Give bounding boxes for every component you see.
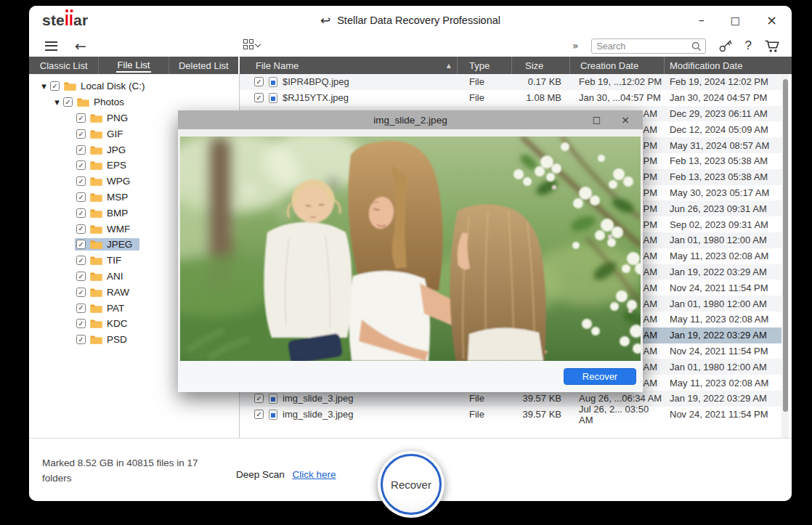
checkbox[interactable]: ✓ — [76, 208, 86, 218]
scrollbar-thumb[interactable] — [783, 79, 788, 412]
tree-item-body: ✓BMP — [75, 207, 135, 219]
tree-item-local-disk-c[interactable]: ▼✓Local Disk (C:) — [29, 78, 239, 94]
checkbox[interactable]: ✓ — [50, 81, 60, 91]
cell-modification-date: Jan 01, 1980 12:00 AM — [665, 296, 781, 312]
checkbox[interactable]: ✓ — [76, 304, 86, 313]
folder-icon — [90, 145, 102, 155]
tree-item-label: WPG — [107, 176, 130, 187]
search-input[interactable] — [592, 39, 705, 53]
license-key-icon[interactable] — [718, 38, 733, 53]
close-button[interactable]: × — [766, 14, 777, 27]
tab-classic-list[interactable]: Classic List — [29, 57, 99, 74]
cell-modification-date: May 11, 2023 02:08 AM — [665, 248, 781, 264]
checkbox[interactable]: ✓ — [76, 113, 86, 123]
column-header-size[interactable]: Size — [512, 57, 570, 74]
tree-item-label: RAW — [107, 287, 129, 298]
expand-arrow-icon[interactable]: ▼ — [52, 99, 62, 106]
check-icon: ✓ — [256, 94, 262, 101]
tree-item-body: ✓ANI — [75, 270, 131, 282]
deep-scan-label: Deep Scan — [236, 469, 285, 480]
deep-scan-link[interactable]: Click here — [293, 469, 336, 480]
cell-size: 0.17 KB — [512, 74, 570, 90]
maximize-button[interactable]: □ — [731, 15, 740, 25]
minimize-button[interactable]: – — [699, 15, 705, 26]
app-window: stellar ↩ Stellar Data Recovery Professi… — [29, 6, 792, 501]
preview-maximize-icon[interactable]: □ — [593, 110, 601, 129]
checkbox[interactable]: ✓ — [63, 97, 73, 107]
column-header-file-name[interactable]: File Name ▲ — [240, 57, 458, 74]
cell-file-name: ✓$RJ15YTX.jpeg — [240, 90, 458, 106]
preview-recover-button[interactable]: Recover — [564, 368, 636, 385]
checkbox[interactable]: ✓ — [76, 192, 86, 202]
checkbox[interactable]: ✓ — [76, 176, 86, 186]
expand-arrow-icon[interactable]: ▼ — [39, 83, 49, 90]
tab-label: File List — [116, 58, 152, 73]
preview-title-bar[interactable]: img_slide_2.jpeg □ × — [178, 110, 643, 129]
table-row[interactable]: ✓img_slide_3.jpegFile39.57 KBJul 26, 2..… — [240, 407, 781, 423]
back-arrow-button[interactable]: ← — [75, 39, 86, 53]
expand-toolbar-icon[interactable]: » — [572, 40, 579, 52]
cell-modification-date: Dec 29, 2023 06:11 AM — [665, 106, 781, 122]
checkbox[interactable]: ✓ — [76, 129, 86, 139]
tree-item-body: ✓RAW — [75, 286, 137, 298]
tab-label: Classic List — [38, 59, 89, 72]
tree-item-photos[interactable]: ▼✓Photos — [29, 94, 239, 110]
recover-button[interactable]: Recover — [381, 454, 442, 515]
folder-icon — [90, 113, 102, 123]
table-row[interactable]: ✓img_slide_3.jpegFile39.57 KBAug 26, ...… — [240, 391, 781, 407]
preview-close-icon[interactable]: × — [621, 110, 630, 129]
check-icon: ✓ — [78, 193, 84, 200]
checkbox[interactable]: ✓ — [76, 224, 86, 234]
cell-modification-date: Feb 13, 2023 05:38 AM — [665, 169, 781, 185]
checkbox[interactable]: ✓ — [76, 288, 86, 297]
cell-modification-date: Jan 19, 2022 03:29 AM — [665, 264, 781, 280]
table-row[interactable]: ✓$IPR4BPQ.jpegFile0.17 KBFeb 19, ...12:0… — [240, 74, 781, 90]
tree-item-label: Photos — [94, 97, 124, 107]
help-icon[interactable]: ? — [745, 38, 752, 53]
table-row[interactable]: ✓$RJ15YTX.jpegFile1.08 MBJan 30, ...04:5… — [240, 90, 781, 106]
checkbox[interactable]: ✓ — [254, 77, 264, 86]
checkbox[interactable]: ✓ — [76, 240, 86, 249]
column-header-modification-date[interactable]: Modification Date — [665, 57, 792, 74]
chevron-down-icon — [255, 41, 261, 47]
check-icon: ✓ — [78, 304, 84, 312]
checkbox[interactable]: ✓ — [254, 93, 264, 102]
cell-modification-date: Sep 02, 2023 09:31 AM — [665, 216, 781, 232]
column-header-type[interactable]: Type — [458, 57, 512, 74]
search-icon[interactable] — [691, 41, 702, 52]
checkbox[interactable]: ✓ — [76, 256, 86, 265]
cell-modification-date: May 11, 2023 02:08 AM — [665, 375, 781, 391]
checkbox[interactable]: ✓ — [76, 145, 86, 155]
check-icon: ✓ — [78, 288, 84, 296]
column-label: File Name — [256, 60, 299, 71]
checkbox[interactable]: ✓ — [76, 160, 86, 170]
preview-title: img_slide_2.jpeg — [373, 115, 447, 126]
logo-pre: ste — [42, 12, 65, 28]
hamburger-menu-icon[interactable] — [45, 41, 57, 51]
checkbox[interactable]: ✓ — [76, 272, 86, 281]
folder-icon — [64, 81, 76, 91]
column-label: Type — [469, 60, 490, 71]
check-icon: ✓ — [78, 146, 84, 153]
tab-file-list[interactable]: File List — [99, 57, 169, 74]
recover-button-ring: Recover — [378, 451, 444, 518]
cart-icon[interactable] — [764, 39, 780, 53]
stellar-logo: stellar — [42, 12, 88, 29]
checkbox[interactable]: ✓ — [76, 319, 86, 328]
cell-creation-date: Feb 19, ...12:02 PM — [570, 74, 665, 90]
cell-size: 1.08 MB — [512, 90, 570, 106]
tree-item-label: PNG — [107, 113, 128, 123]
checkbox[interactable]: ✓ — [254, 394, 264, 403]
tree-item-body: ✓WMF — [75, 223, 137, 235]
column-header-creation-date[interactable]: Creation Date — [570, 57, 665, 74]
tab-deleted-list[interactable]: Deleted List — [169, 57, 238, 74]
view-grid-button[interactable] — [243, 39, 260, 49]
cell-type: File — [458, 74, 512, 90]
cell-modification-date: Jan 19, 2022 03:29 AM — [665, 391, 781, 407]
checkbox[interactable]: ✓ — [76, 335, 86, 344]
vertical-scrollbar[interactable] — [781, 74, 789, 438]
tree-item-label: EPS — [107, 160, 126, 171]
check-icon: ✓ — [78, 225, 84, 232]
checkbox[interactable]: ✓ — [254, 410, 264, 419]
check-icon: ✓ — [78, 114, 84, 121]
